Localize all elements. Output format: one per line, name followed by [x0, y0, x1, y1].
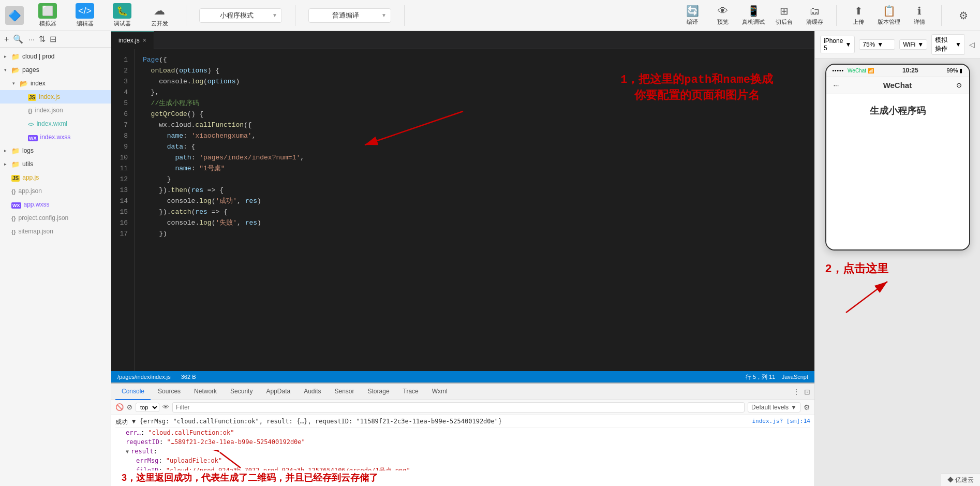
file-icon: <> — [28, 120, 34, 128]
more-options-icon[interactable]: ··· — [28, 35, 35, 43]
code-line-8: name: 'xiaochengxuma', — [143, 130, 806, 141]
context-select[interactable]: top — [136, 403, 159, 412]
settings-button[interactable]: ⚙ — [952, 9, 975, 22]
code-token: , — [300, 153, 304, 163]
code-token: console. — [143, 196, 199, 207]
tree-item-cloud---prod[interactable]: ▸📁cloud | prod — [0, 50, 111, 63]
tree-item-sitemap-json[interactable]: {}sitemap.json — [0, 225, 111, 238]
tree-item-project-config-json[interactable]: {}project.config.json — [0, 211, 111, 225]
upload-button[interactable]: ⬆ 上传 — [847, 5, 870, 26]
devtools-tab-trace[interactable]: Trace — [397, 384, 425, 400]
mode-select[interactable]: 小程序模式 ▼ — [199, 8, 282, 23]
default-levels-label: Default levels — [751, 404, 789, 411]
add-file-icon[interactable]: + — [4, 35, 9, 44]
code-line-13: }).then(res => { — [143, 185, 806, 196]
tree-item-label: index.wxss — [40, 134, 71, 141]
tree-item-index[interactable]: ▾📂index — [0, 77, 111, 90]
operations-select[interactable]: 模拟操作 ▼ — [931, 34, 965, 55]
phone-nav-more[interactable]: ··· — [834, 81, 839, 89]
code-token: res — [191, 185, 203, 196]
devtools-tab-storage[interactable]: Storage — [362, 384, 396, 400]
device-select[interactable]: iPhone 5 ▼ — [820, 36, 855, 53]
wifi-label: WiFi — [903, 41, 915, 48]
file-icon: WX — [11, 201, 21, 209]
tree-item-app-wxss[interactable]: WXapp.wxss — [0, 198, 111, 211]
tree-item-label: cloud | prod — [22, 53, 55, 60]
code-token: getQrCode — [143, 109, 187, 120]
clear-console-icon[interactable]: ⊘ — [127, 403, 132, 411]
eye-icon[interactable]: 👁 — [162, 403, 169, 411]
devtools-tab-security[interactable]: Security — [224, 384, 259, 400]
editor-tab-index-js[interactable]: index.js × — [111, 31, 154, 49]
devtools-undock-icon[interactable]: ⊡ — [804, 388, 810, 396]
simulator-button[interactable]: ⬜ 模拟器 — [34, 3, 61, 27]
block-icon[interactable]: 🚫 — [115, 403, 124, 411]
backend-label: 切后台 — [776, 18, 793, 26]
devtools-tab-audits[interactable]: Audits — [298, 384, 327, 400]
search-icon[interactable]: 🔍 — [13, 34, 23, 44]
version-button[interactable]: 📋 版本管理 — [878, 5, 900, 26]
tree-item-app-js[interactable]: JSapp.js — [0, 171, 111, 184]
line-number-10: 10 — [120, 152, 128, 163]
default-levels-select[interactable]: Default levels ▼ — [748, 402, 800, 413]
code-token: }). — [143, 207, 171, 217]
annotation-3-text: 3，这里返回成功，代表生成了二维码，并且已经存到云存储了 — [122, 472, 804, 484]
tree-item-logs[interactable]: ▸📁logs — [0, 144, 111, 157]
devtools-tab-console[interactable]: Console — [115, 384, 151, 400]
zoom-select[interactable]: 75% ▼ — [859, 39, 895, 50]
tree-item-index-json[interactable]: {}index.json — [0, 104, 111, 117]
phone-battery: 99% ▮ — [946, 67, 962, 74]
tree-item-label: utils — [22, 160, 33, 168]
line-number-1: 1 — [120, 54, 128, 65]
code-content-area[interactable]: 1234567891011121314151617 Page({ onLoad(… — [111, 49, 814, 371]
filter-input[interactable] — [172, 402, 745, 413]
device-debug-button[interactable]: 📱 真机调试 — [742, 5, 765, 26]
tree-item-utils[interactable]: ▸📁utils — [0, 157, 111, 171]
annotation-2-arrow — [825, 276, 918, 318]
separator-1 — [186, 5, 186, 26]
sort-icon[interactable]: ⇅ — [39, 34, 46, 44]
phone-nav-cam[interactable]: ⊙ — [956, 81, 962, 89]
code-line-4: }, — [143, 87, 806, 98]
tree-item-app-json[interactable]: {}app.json — [0, 184, 111, 198]
devtools-tab-sensor[interactable]: Sensor — [329, 384, 361, 400]
tree-item-index-wxss[interactable]: WXindex.wxss — [0, 130, 111, 144]
preview-button[interactable]: 👁 预览 — [711, 5, 734, 26]
editor-button[interactable]: </> 编辑器 — [71, 3, 98, 27]
tree-item-label: project.config.json — [19, 214, 69, 222]
tree-item-label: index.js — [39, 93, 60, 100]
cursor-position: 行 5，列 11 — [746, 374, 775, 380]
line-number-7: 7 — [120, 120, 128, 130]
code-token: name — [143, 131, 183, 141]
devtools-tab-sources[interactable]: Sources — [152, 384, 187, 400]
console-source-link[interactable]: index.js? [sm]:14 — [752, 418, 810, 424]
file-icon: JS — [28, 93, 36, 101]
devtools-tab-appdata[interactable]: AppData — [260, 384, 296, 400]
refresh-button[interactable]: 🔄 编译 — [681, 5, 704, 26]
tree-item-pages[interactable]: ▾📂pages — [0, 63, 111, 77]
code-token: then — [171, 185, 187, 196]
devtools-more-icon[interactable]: ⋮ — [793, 388, 800, 396]
backend-button[interactable]: ⊞ 切后台 — [773, 5, 795, 26]
code-text[interactable]: Page({ onLoad(options) { console.log(opt… — [135, 49, 814, 371]
devtools-tab-wxml[interactable]: Wxml — [426, 384, 454, 400]
devtools-tab-network[interactable]: Network — [188, 384, 223, 400]
tab-close-button[interactable]: × — [143, 37, 146, 44]
compile-select[interactable]: 普通编译 ▼ — [308, 8, 391, 23]
wifi-select[interactable]: WiFi ▼ — [899, 39, 927, 50]
detail-button[interactable]: ℹ 详情 — [908, 5, 931, 26]
collapse-preview-button[interactable]: ◁ — [969, 40, 975, 49]
debugger-button[interactable]: 🐛 调试器 — [109, 3, 136, 27]
phone-page-title: 生成小程序码 — [837, 105, 959, 117]
tree-item-index-wxml[interactable]: <>index.wxml — [0, 117, 111, 130]
code-line-5: //生成小程序码 — [143, 98, 806, 109]
devtools-gear-icon[interactable]: ⚙ — [804, 403, 810, 411]
devtools-tab-bar: ConsoleSourcesNetworkSecurityAppDataAudi… — [111, 384, 814, 400]
cache-button[interactable]: 🗂 清缓存 — [803, 5, 826, 26]
tree-item-index-js[interactable]: JSindex.js — [0, 90, 111, 104]
phone-page-content[interactable]: 生成小程序码 — [826, 94, 969, 249]
version-label: 版本管理 — [878, 18, 900, 26]
file-icon: 📂 — [11, 66, 20, 74]
collapse-icon[interactable]: ⊟ — [50, 34, 56, 44]
cloud-button[interactable]: ☁ 云开发 — [146, 3, 173, 27]
